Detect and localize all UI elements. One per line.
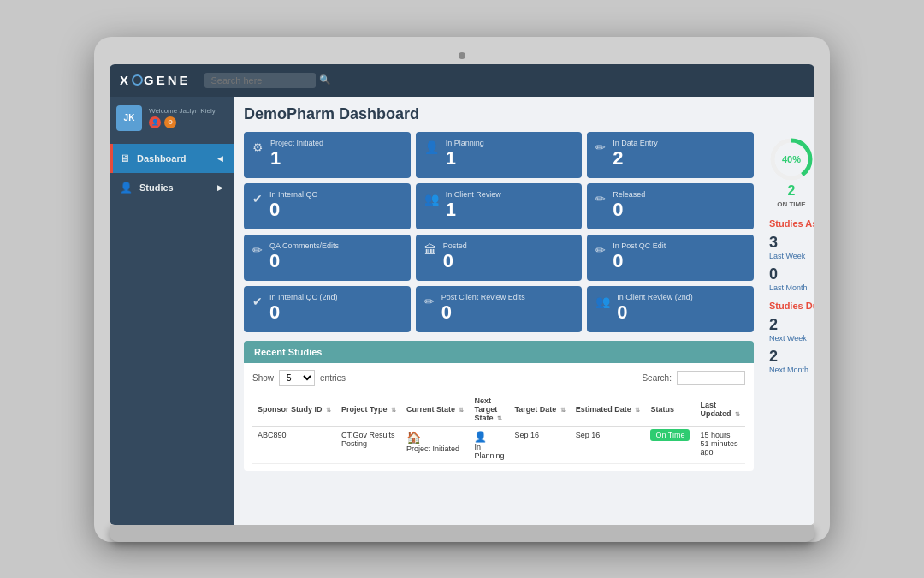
- user-info: Welcome Jaclyn Kiely 👤 ⚙: [149, 107, 216, 128]
- metric-content-7: Posted 0: [443, 241, 574, 271]
- due-count-1: 2: [769, 348, 808, 366]
- due-left-0: 2 Next Week: [769, 316, 807, 343]
- assigned-period-1: Last Month: [769, 283, 808, 292]
- table-search-input[interactable]: [677, 371, 745, 385]
- cell-sponsor-id: ABC890: [252, 426, 336, 464]
- metric-card-1[interactable]: 👤 In Planning 1: [416, 132, 583, 178]
- metric-card-4[interactable]: 👥 In Client Review 1: [416, 183, 583, 229]
- page-title: DemoPharm Dashboard: [244, 105, 804, 123]
- metric-card-5[interactable]: ✏ Released 0: [587, 183, 754, 229]
- metric-icon-3: ✔: [252, 192, 263, 206]
- assigned-count-1: 0: [769, 265, 808, 283]
- status-on-time: 40% 2 ON TIME: [769, 137, 814, 208]
- metric-label-5: Released: [613, 190, 745, 200]
- col-current-state[interactable]: Current State ⇅: [401, 393, 470, 426]
- assigned-row-1: 0 Last Month ☰: [769, 265, 814, 292]
- sort-arrow-next: ⇅: [497, 415, 502, 421]
- metric-content-8: In Post QC Edit 0: [613, 241, 745, 271]
- sidebar-studies-label: Studies: [139, 182, 174, 193]
- user-icon-person[interactable]: 👤: [149, 116, 161, 128]
- metric-value-9: 0: [270, 303, 402, 322]
- on-time-label: ON TIME: [777, 200, 805, 208]
- assigned-row-0: 3 Last Week ☰: [769, 234, 814, 260]
- metrics-grid: ⚙ Project Initiated 1 👤 In Pla: [244, 132, 754, 332]
- metric-value-0: 1: [270, 149, 402, 168]
- due-row-1: 2 Next Month 📅: [769, 348, 814, 374]
- user-icons: 👤 ⚙: [149, 116, 216, 128]
- assigned-left-0: 3 Last Week: [769, 234, 805, 260]
- cell-current-state: 🏠 Project Initiated: [401, 426, 470, 464]
- col-status[interactable]: Status: [645, 393, 695, 426]
- home-icon: 🏠: [406, 431, 421, 444]
- metric-card-6[interactable]: ✏ QA Comments/Edits 0: [244, 235, 411, 281]
- search-icon: 🔍: [319, 74, 331, 86]
- assigned-count-0: 3: [769, 234, 805, 252]
- metric-card-11[interactable]: 👥 In Client Review (2nd) 0: [587, 286, 754, 332]
- right-panel: 40% 2 ON TIME: [762, 132, 814, 480]
- metric-content-11: In Client Review (2nd) 0: [617, 293, 745, 323]
- metric-card-7[interactable]: 🏛 Posted 0: [416, 235, 583, 281]
- table-row: ABC890 CT.Gov Results Posting 🏠 Project …: [252, 426, 745, 464]
- due-section: Studies Due 2 Next Week 📅: [769, 301, 814, 374]
- col-project-type[interactable]: Project Type ⇅: [336, 393, 401, 426]
- status-circles: 40% 2 ON TIME: [769, 137, 814, 208]
- metric-value-1: 1: [446, 149, 574, 168]
- status-badge: On Time: [650, 429, 690, 441]
- show-label: Show: [252, 373, 274, 383]
- assigned-left-1: 0 Last Month: [769, 265, 808, 292]
- sidebar: JK Welcome Jaclyn Kiely 👤 ⚙ 🖥 Dashboard …: [110, 97, 234, 525]
- col-estimated-date[interactable]: Estimated Date ⇅: [571, 393, 646, 426]
- metric-value-7: 0: [443, 252, 574, 271]
- metric-icon-4: 👥: [424, 192, 439, 206]
- metric-value-3: 0: [270, 200, 402, 219]
- metric-label-4: In Client Review: [446, 190, 574, 200]
- studies-table: Sponsor Study ID ⇅ Project Type ⇅: [252, 393, 745, 464]
- metric-label-10: Post Client Review Edits: [441, 293, 574, 302]
- cell-last-updated: 15 hours 51 minutes ago: [695, 426, 745, 464]
- app-body: JK Welcome Jaclyn Kiely 👤 ⚙ 🖥 Dashboard …: [110, 97, 814, 525]
- on-time-percent: 40%: [782, 154, 801, 164]
- sidebar-item-studies[interactable]: 👤 Studies ▶: [110, 173, 234, 202]
- entries-select[interactable]: 5 10 25: [279, 370, 315, 386]
- main-content: DemoPharm Dashboard ⚙ Project Initiated: [234, 97, 814, 525]
- metric-content-1: In Planning 1: [446, 139, 574, 169]
- sort-arrow-estimated: ⇅: [635, 407, 640, 413]
- studies-icon: 👤: [120, 182, 133, 194]
- sort-arrow-updated: ⇅: [735, 411, 740, 417]
- metric-label-11: In Client Review (2nd): [617, 293, 745, 302]
- metric-card-0[interactable]: ⚙ Project Initiated 1: [244, 132, 411, 178]
- search-input[interactable]: [204, 73, 316, 88]
- user-welcome-label: Welcome Jaclyn Kiely: [149, 107, 216, 115]
- metric-icon-11: 👥: [595, 295, 610, 308]
- metric-label-7: Posted: [443, 241, 574, 251]
- table-controls: Show 5 10 25 entries Search:: [252, 370, 745, 386]
- col-next-target[interactable]: NextTargetState ⇅: [469, 393, 509, 426]
- metric-card-2[interactable]: ✏ In Data Entry 2: [587, 132, 754, 178]
- metric-card-9[interactable]: ✔ In Internal QC (2nd) 0: [244, 286, 411, 332]
- search-label: Search:: [642, 373, 671, 383]
- col-sponsor-id[interactable]: Sponsor Study ID ⇅: [252, 393, 336, 426]
- metric-content-2: In Data Entry 2: [613, 139, 745, 169]
- sidebar-item-dashboard[interactable]: 🖥 Dashboard ◀: [110, 144, 234, 173]
- on-time-circle: 40%: [769, 137, 814, 182]
- metric-card-8[interactable]: ✏ In Post QC Edit 0: [587, 235, 754, 281]
- col-target-date[interactable]: Target Date ⇅: [509, 393, 570, 426]
- due-period-1: Next Month: [769, 366, 808, 374]
- user-icon-settings[interactable]: ⚙: [164, 116, 176, 128]
- sidebar-studies-arrow-icon: ▶: [217, 183, 223, 192]
- metric-icon-5: ✏: [595, 192, 606, 206]
- metric-icon-6: ✏: [252, 243, 263, 257]
- top-nav: XGENE 🔍: [110, 64, 814, 97]
- metric-card-3[interactable]: ✔ In Internal QC 0: [244, 183, 411, 229]
- metric-value-5: 0: [613, 200, 745, 219]
- metric-label-3: In Internal QC: [270, 190, 402, 200]
- metric-icon-2: ✏: [595, 140, 606, 154]
- metric-value-6: 0: [270, 252, 402, 271]
- metric-card-10[interactable]: ✏ Post Client Review Edits 0: [416, 286, 583, 332]
- sort-arrow-current: ⇅: [459, 407, 464, 413]
- metric-icon-8: ✏: [595, 243, 606, 257]
- metric-content-5: Released 0: [613, 190, 745, 220]
- logo: XGENE: [120, 73, 191, 87]
- metric-value-10: 0: [441, 303, 574, 322]
- col-last-updated[interactable]: LastUpdated ⇅: [695, 393, 745, 426]
